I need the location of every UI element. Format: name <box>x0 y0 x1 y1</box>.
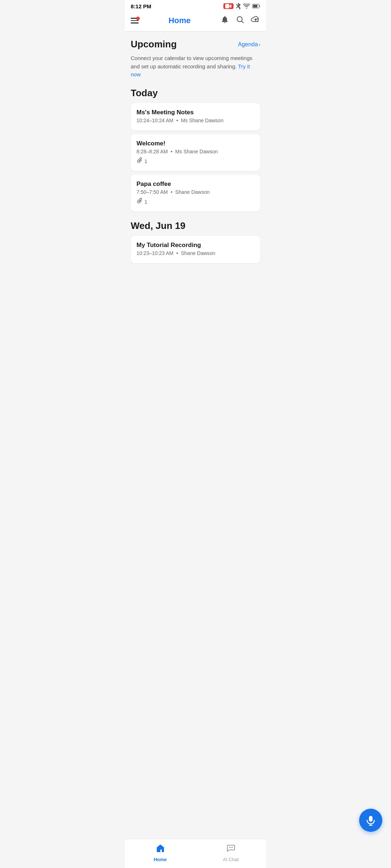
meeting-actions-3: 1 <box>136 198 255 206</box>
meeting-time-3: 7:50–7:50 AM <box>136 189 168 195</box>
wed-section: Wed, Jun 19 My Tutorial Recording 10:23–… <box>131 220 260 263</box>
meeting-title-1: Ms's Meeting Notes <box>136 109 255 116</box>
status-icons <box>223 3 260 9</box>
dot-1: • <box>176 118 178 123</box>
calendar-text-body: Connect your calendar to view upcoming m… <box>131 55 252 69</box>
page-title: Home <box>168 16 190 25</box>
wed-meeting-meta-1: 10:23–10:23 AM • Shane Dawson <box>136 250 255 256</box>
meeting-card-3[interactable]: Papa coffee 7:50–7:50 AM • Shane Dawson … <box>131 175 260 212</box>
header-actions <box>220 15 260 26</box>
meeting-title-3: Papa coffee <box>136 180 255 188</box>
status-bar: 8:12 PM <box>125 0 266 11</box>
video-recording-icon <box>223 3 234 9</box>
main-content: Upcoming Agenda › Connect your calendar … <box>125 31 266 301</box>
meeting-meta-1: 10:24–10:24 AM • Ms Shane Dawson <box>136 118 255 123</box>
agenda-link[interactable]: Agenda › <box>238 41 260 48</box>
agenda-chevron-icon: › <box>258 42 260 47</box>
wed-meeting-time-1: 10:23–10:23 AM <box>136 250 173 256</box>
bluetooth-icon <box>236 3 241 9</box>
meeting-organizer-2: Ms Shane Dawson <box>175 149 218 154</box>
calendar-connect-text: Connect your calendar to view upcoming m… <box>131 54 260 79</box>
wed-meeting-card-1[interactable]: My Tutorial Recording 10:23–10:23 AM • S… <box>131 236 260 263</box>
today-title: Today <box>131 88 260 99</box>
menu-button[interactable] <box>131 18 139 24</box>
wed-meeting-title-1: My Tutorial Recording <box>136 242 255 249</box>
clip-count-3: 1 <box>144 199 147 205</box>
notification-button[interactable] <box>220 15 229 26</box>
dot-2: • <box>171 149 172 154</box>
agenda-label: Agenda <box>238 41 258 48</box>
meeting-card-1[interactable]: Ms's Meeting Notes 10:24–10:24 AM • Ms S… <box>131 103 260 131</box>
clip-icon-2 <box>136 157 143 165</box>
battery-icon <box>252 4 260 8</box>
upload-button[interactable] <box>251 15 260 26</box>
meeting-title-2: Welcome! <box>136 140 255 147</box>
dot-3: • <box>171 189 172 195</box>
meeting-actions-2: 1 <box>136 157 255 165</box>
wed-meeting-organizer-1: Shane Dawson <box>181 250 215 256</box>
clip-icon-3 <box>136 198 143 206</box>
wed-dot-1: • <box>176 250 178 256</box>
upcoming-title: Upcoming <box>131 39 177 50</box>
wifi-icon <box>243 4 250 9</box>
svg-rect-2 <box>253 5 257 8</box>
status-time: 8:12 PM <box>131 3 151 9</box>
notification-dot <box>136 17 140 20</box>
svg-rect-0 <box>225 4 229 8</box>
meeting-organizer-1: Ms Shane Dawson <box>181 118 224 123</box>
upcoming-section-header: Upcoming Agenda › <box>131 39 260 50</box>
today-section: Today Ms's Meeting Notes 10:24–10:24 AM … <box>131 88 260 212</box>
meeting-time-2: 8:28–8:28 AM <box>136 149 168 154</box>
meeting-organizer-3: Shane Dawson <box>175 189 210 195</box>
meeting-meta-3: 7:50–7:50 AM • Shane Dawson <box>136 189 255 195</box>
meeting-meta-2: 8:28–8:28 AM • Ms Shane Dawson <box>136 149 255 154</box>
meeting-time-1: 10:24–10:24 AM <box>136 118 173 123</box>
meeting-card-2[interactable]: Welcome! 8:28–8:28 AM • Ms Shane Dawson … <box>131 134 260 171</box>
clip-count-2: 1 <box>144 158 147 164</box>
header: Home <box>125 11 266 31</box>
wed-title: Wed, Jun 19 <box>131 220 260 231</box>
search-button[interactable] <box>236 15 244 26</box>
